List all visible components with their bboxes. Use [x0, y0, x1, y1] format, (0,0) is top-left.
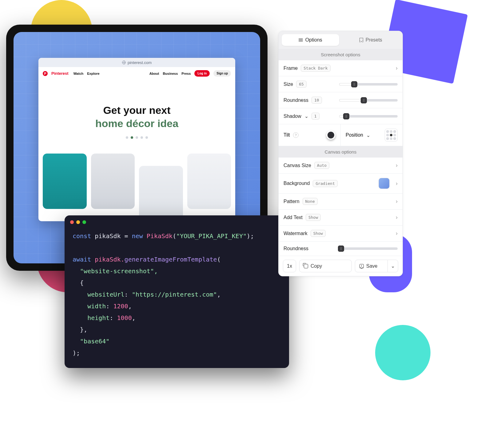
- login-button[interactable]: Log in: [194, 70, 210, 77]
- save-button[interactable]: Save: [355, 260, 388, 272]
- copy-icon: [304, 264, 308, 268]
- nav-business[interactable]: Business: [163, 72, 178, 75]
- size-value: 65: [296, 81, 307, 88]
- browser-url: pinterest.com: [128, 60, 152, 65]
- nav-watch[interactable]: Watch: [73, 72, 84, 75]
- canvas-roundness-label: Roundness: [284, 246, 308, 251]
- row-shadow: Shadow 1: [279, 108, 403, 124]
- row-canvas-roundness: Roundness: [279, 242, 403, 256]
- hero-line-2: home décor idea: [38, 118, 235, 130]
- code-titlebar: [65, 215, 289, 229]
- frame-value: Stack Dark: [301, 65, 330, 72]
- scale-button[interactable]: 1x: [283, 260, 296, 272]
- save-dropdown-button[interactable]: [388, 260, 398, 272]
- roundness-slider[interactable]: [339, 99, 398, 102]
- chevron-right-icon: [396, 180, 398, 187]
- canvas-size-label: Canvas Size: [284, 163, 311, 168]
- sliders-icon: [299, 38, 303, 42]
- panel-tabs: Options Presets: [279, 31, 403, 49]
- carousel-dot[interactable]: [126, 136, 128, 139]
- shadow-slider[interactable]: [339, 115, 398, 118]
- canvas-size-value: Auto: [314, 162, 329, 169]
- row-frame[interactable]: Frame Stack Dark: [279, 60, 403, 76]
- chevron-right-icon: [396, 65, 398, 71]
- nav-explore[interactable]: Explore: [87, 72, 99, 75]
- row-watermark[interactable]: Watermark Show: [279, 226, 403, 242]
- nav-about[interactable]: About: [149, 72, 159, 75]
- section-canvas-options: Canvas options: [279, 146, 403, 158]
- carousel-dot[interactable]: [145, 136, 148, 139]
- background-value: Gradient: [313, 180, 338, 187]
- shadow-value: 1: [311, 113, 319, 120]
- row-canvas-size[interactable]: Canvas Size Auto: [279, 158, 403, 174]
- code-window: const pikaSdk = new PikaSdk("YOUR_PIKA_A…: [65, 215, 289, 368]
- position-label: Position: [346, 132, 363, 138]
- row-background[interactable]: Background Gradient: [279, 174, 403, 194]
- chevron-down-icon[interactable]: [304, 113, 308, 119]
- globe-icon: [122, 61, 126, 64]
- traffic-light-minimize-icon: [76, 220, 80, 224]
- code-body: const pikaSdk = new PikaSdk("YOUR_PIKA_A…: [65, 229, 289, 360]
- chevron-right-icon: [396, 230, 398, 237]
- site-brand: Pinterest: [51, 71, 69, 76]
- tilt-label: Tilt: [284, 132, 290, 138]
- canvas-roundness-slider[interactable]: [339, 247, 398, 250]
- site-header: P Pinterest Watch Explore About Business…: [38, 67, 235, 80]
- background-swatch[interactable]: [379, 178, 390, 189]
- position-grid[interactable]: [385, 129, 398, 142]
- shadow-label: Shadow: [284, 114, 301, 119]
- size-slider[interactable]: [339, 83, 398, 86]
- watermark-label: Watermark: [284, 231, 308, 236]
- roundness-value: 10: [311, 97, 322, 104]
- traffic-light-zoom-icon: [82, 220, 86, 224]
- background-label: Background: [284, 181, 310, 186]
- carousel-dots: [38, 136, 235, 139]
- row-size: Size 65: [279, 76, 403, 92]
- size-label: Size: [284, 82, 293, 87]
- row-roundness: Roundness 10: [279, 92, 403, 108]
- bookmark-icon: [359, 38, 363, 42]
- chevron-right-icon: [396, 162, 398, 169]
- row-add-text[interactable]: Add Text Show: [279, 210, 403, 226]
- tilt-joystick[interactable]: [326, 130, 335, 140]
- chevron-down-icon: [391, 263, 395, 269]
- carousel-dot[interactable]: [136, 136, 138, 139]
- thumbnail: [43, 154, 87, 209]
- tab-options[interactable]: Options: [282, 34, 339, 46]
- save-icon: [359, 264, 364, 268]
- carousel-dot-active[interactable]: [131, 136, 133, 139]
- chevron-right-icon: [396, 214, 398, 221]
- row-pattern[interactable]: Pattern None: [279, 194, 403, 210]
- tab-presets[interactable]: Presets: [342, 34, 400, 46]
- tab-options-label: Options: [305, 37, 322, 43]
- row-tilt-position: Tilt ? Position: [279, 124, 403, 146]
- browser-window: pinterest.com P Pinterest Watch Explore …: [38, 58, 235, 221]
- nav-press[interactable]: Press: [181, 72, 191, 75]
- help-icon[interactable]: ?: [293, 132, 299, 138]
- watermark-value: Show: [311, 230, 326, 237]
- copy-label: Copy: [311, 263, 322, 269]
- pattern-label: Pattern: [284, 199, 300, 204]
- hero-section: Get your next home décor idea: [38, 80, 235, 145]
- thumbnail: [139, 166, 183, 221]
- hero-line-1: Get your next: [38, 104, 235, 116]
- save-label: Save: [366, 263, 377, 269]
- thumbnail: [187, 154, 231, 209]
- add-text-label: Add Text: [284, 215, 303, 220]
- frame-label: Frame: [284, 66, 298, 71]
- thumbnail-row: [38, 145, 235, 221]
- chevron-right-icon: [396, 198, 398, 205]
- decor-teal-circle: [375, 325, 430, 380]
- copy-button[interactable]: Copy: [299, 260, 352, 272]
- carousel-dot[interactable]: [141, 136, 143, 139]
- chevron-down-icon[interactable]: [366, 132, 370, 138]
- section-screenshot-options: Screenshot options: [279, 49, 403, 60]
- traffic-light-close-icon: [70, 220, 74, 224]
- tab-presets-label: Presets: [366, 37, 382, 43]
- thumbnail: [91, 154, 135, 209]
- pattern-value: None: [303, 198, 318, 205]
- roundness-label: Roundness: [284, 98, 308, 103]
- add-text-value: Show: [306, 214, 321, 221]
- options-panel: Options Presets Screenshot options Frame…: [278, 31, 403, 276]
- signup-button[interactable]: Sign up: [213, 70, 231, 77]
